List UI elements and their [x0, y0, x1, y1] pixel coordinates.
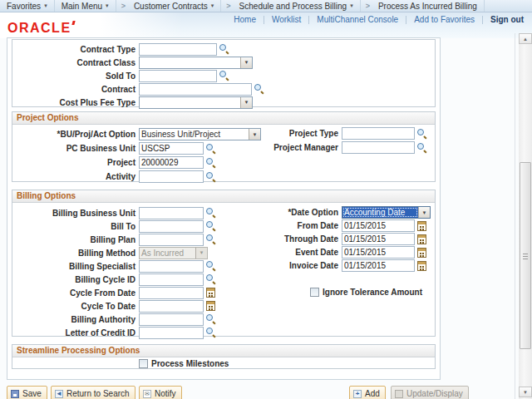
breadcrumb-chevron-icon: >	[361, 2, 372, 10]
field-label: PC Business Unit	[12, 144, 139, 153]
event-date-row: Event Date01/15/2015	[219, 246, 426, 259]
billing-options-box: Billing Options Billing Business UnitBil…	[12, 190, 436, 337]
letter-of-credit-id-input[interactable]	[139, 327, 204, 339]
add-button[interactable]: +Add	[349, 386, 386, 399]
cost-plus-fee-type-select[interactable]: ▼	[139, 96, 253, 109]
billing-method-select: As Incurred▼	[139, 247, 208, 259]
search-icon[interactable]	[206, 261, 216, 271]
search-icon[interactable]	[206, 208, 216, 218]
breadcrumb-item-main-menu[interactable]: Main Menu▾	[55, 0, 116, 12]
cycle-to-date-input[interactable]	[139, 300, 204, 313]
button-label: Update/Display	[406, 389, 463, 398]
search-icon[interactable]	[206, 158, 216, 168]
scroll-up-icon[interactable]: ▲	[519, 33, 532, 44]
breadcrumb-item-process-as-incurred-billing[interactable]: Process As Incurred Billing	[372, 0, 485, 12]
field-label: *Date Option	[219, 208, 342, 217]
search-icon[interactable]	[206, 144, 216, 154]
save-button[interactable]: Save	[7, 386, 47, 399]
process-milestones-checkbox[interactable]	[139, 359, 148, 368]
page-content: Contract TypeContract Class▼Sold ToContr…	[7, 37, 441, 380]
sold-to-input[interactable]	[139, 70, 217, 82]
section-title: Project Options	[12, 112, 435, 125]
search-icon[interactable]	[417, 129, 427, 139]
project-input[interactable]: 20000029	[139, 156, 204, 169]
search-icon[interactable]	[206, 314, 216, 324]
breadcrumb-item-schedule-and-process-billing[interactable]: Schedule and Process Billing▾	[233, 0, 361, 12]
date-option-row: *Date OptionAccounting Date▼	[219, 206, 431, 219]
notify-button[interactable]: ✉Notify	[139, 386, 182, 399]
scroll-down-icon[interactable]: ▼	[519, 387, 532, 397]
sign-out-link[interactable]: Sign out	[483, 15, 527, 24]
through-date-row: Through Date01/15/2015	[219, 233, 426, 245]
contract-type-input[interactable]	[139, 43, 217, 56]
contract-input[interactable]	[139, 83, 252, 96]
billing-specialist-input[interactable]	[139, 260, 204, 273]
field-label: From Date	[219, 221, 342, 230]
scrollbar-thumb[interactable]	[520, 162, 531, 349]
field-label: Billing Specialist	[12, 262, 139, 271]
billing-cycle-id-input[interactable]	[139, 273, 204, 286]
breadcrumb-item-customer-contracts[interactable]: Customer Contracts▾	[127, 0, 221, 12]
breadcrumb-label: Favorites	[7, 2, 41, 11]
billing-plan-input[interactable]	[139, 234, 204, 246]
header-link-add-to-favorites[interactable]: Add to Favorites	[406, 15, 482, 24]
search-icon[interactable]	[219, 71, 229, 81]
breadcrumb-chevron-icon: >	[221, 2, 232, 10]
button-label: Return to Search	[66, 389, 130, 398]
breadcrumb-item-favorites[interactable]: Favorites▾	[0, 0, 55, 12]
field-label: Project	[12, 158, 139, 167]
header-link-worklist[interactable]: Worklist	[264, 15, 308, 24]
calendar-icon[interactable]	[417, 221, 426, 231]
calendar-icon[interactable]	[417, 261, 426, 271]
breadcrumb-label: Schedule and Process Billing	[239, 2, 347, 11]
event-date-input[interactable]: 01/15/2015	[342, 246, 415, 259]
chevron-down-icon[interactable]: ▼	[240, 57, 252, 68]
chevron-down-icon[interactable]: ▼	[240, 97, 252, 108]
search-icon[interactable]	[206, 234, 216, 244]
ignore-tolerance-row: Ignore Tolerance Amount	[310, 288, 422, 297]
search-icon[interactable]	[254, 84, 264, 94]
calendar-icon[interactable]	[417, 248, 426, 258]
calendar-icon[interactable]	[417, 234, 426, 244]
activity-input[interactable]	[139, 170, 204, 183]
search-icon[interactable]	[219, 44, 229, 54]
checkbox-label: Process Milestones	[151, 359, 229, 368]
return-to-search-button[interactable]: ◄Return to Search	[51, 386, 135, 399]
cycle-from-date-input[interactable]	[139, 287, 204, 299]
search-icon[interactable]	[417, 143, 427, 153]
billing-authority-input[interactable]	[139, 313, 204, 326]
chevron-down-icon[interactable]: ▼	[418, 207, 430, 218]
field-label: Contract Type	[12, 45, 139, 54]
header-link-multichannel-console[interactable]: MultiChannel Console	[309, 15, 406, 24]
field-label: Cost Plus Fee Type	[12, 98, 139, 107]
header-link-home[interactable]: Home	[226, 15, 264, 24]
save-icon	[11, 390, 19, 398]
project-options-box: Project Options *BU/Proj/Act OptionBusin…	[12, 111, 436, 182]
project-type-input[interactable]	[342, 127, 415, 140]
contract-class-select[interactable]: ▼	[139, 57, 253, 69]
field-label: Project Type	[219, 129, 342, 138]
bill-to-input[interactable]	[139, 220, 204, 233]
search-icon[interactable]	[206, 221, 216, 231]
invoice-date-input[interactable]: 01/15/2015	[342, 259, 415, 272]
search-icon[interactable]	[206, 172, 216, 182]
field-label: Through Date	[219, 234, 342, 244]
add-icon: +	[353, 390, 362, 398]
billing-business-unit-input[interactable]	[139, 207, 204, 219]
ignore-tolerance-amount-checkbox[interactable]	[310, 288, 319, 297]
contract-options-box: Contract TypeContract Class▼Sold ToContr…	[12, 39, 436, 107]
search-icon[interactable]	[206, 274, 216, 284]
project-manager-input[interactable]	[342, 141, 415, 154]
vertical-scrollbar[interactable]: ▲ ▼	[519, 33, 532, 399]
search-icon[interactable]	[206, 328, 216, 337]
section-title: Streamline Processing Options	[12, 345, 435, 357]
calendar-icon[interactable]	[206, 288, 215, 298]
through-date-input[interactable]: 01/15/2015	[342, 233, 415, 245]
update-display-icon	[395, 390, 403, 398]
pc-business-unit-input[interactable]: USCSP	[139, 142, 204, 155]
date-option-select[interactable]: Accounting Date▼	[342, 206, 431, 219]
calendar-icon[interactable]	[206, 301, 215, 311]
field-label: Cycle To Date	[12, 302, 139, 311]
oracle-logo: ORACLE	[7, 21, 75, 36]
from-date-input[interactable]: 01/15/2015	[342, 219, 415, 232]
